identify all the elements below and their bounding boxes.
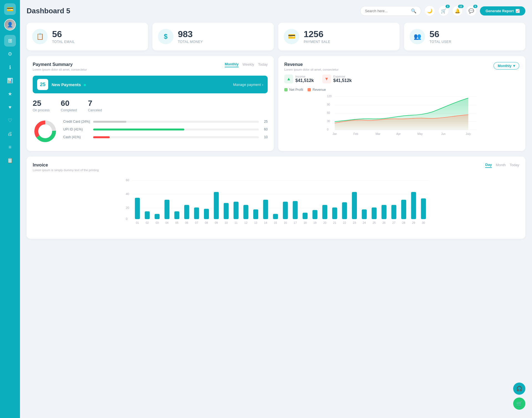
online-dot [84, 84, 86, 86]
bar-01[interactable] [135, 198, 140, 219]
bar-27[interactable] [391, 205, 396, 219]
bar-07[interactable] [194, 207, 199, 219]
bar-12[interactable] [243, 205, 248, 219]
bar-23[interactable] [352, 192, 357, 219]
tab-payment-monthly[interactable]: Monthly [225, 62, 239, 67]
sidebar-logo[interactable]: 💳 [4, 3, 16, 15]
bar-11[interactable] [234, 202, 239, 219]
stat-card-money: $ 983 TOTAL MONEY [152, 23, 274, 50]
bar-label-22: 22 [343, 221, 346, 224]
cart-float-btn[interactable]: 🛒 [513, 398, 525, 410]
sidebar-item-dashboard[interactable]: ⊞ [4, 35, 16, 47]
bar-21[interactable] [332, 207, 337, 219]
money-label: TOTAL MONEY [178, 40, 203, 44]
net-profit-dot [284, 88, 288, 91]
sidebar-item-heart1[interactable]: ♥ [4, 101, 16, 113]
tab-payment-weekly[interactable]: Weekly [242, 62, 254, 67]
bar-29[interactable] [411, 192, 416, 219]
dark-mode-toggle[interactable]: 🌙 [424, 6, 435, 16]
cart-btn[interactable]: 🛒 2 [438, 6, 449, 16]
bar-06[interactable] [184, 205, 189, 219]
tab-invoice-today[interactable]: Today [510, 163, 519, 168]
cash-fill [93, 136, 110, 138]
bar-19[interactable] [313, 210, 318, 219]
sidebar-item-heart2[interactable]: ♡ [4, 115, 16, 126]
bar-03[interactable] [155, 214, 160, 219]
bar-25[interactable] [372, 207, 377, 219]
bar-label-30: 30 [422, 221, 425, 224]
notification-btn[interactable]: 🔔 12 [452, 6, 463, 16]
bar-30[interactable] [421, 198, 426, 219]
credit-card-fill [93, 121, 126, 123]
sidebar-item-chart[interactable]: 📊 [4, 75, 16, 86]
pstat-on-process: 25 On process [33, 99, 50, 112]
cash-track [93, 136, 259, 138]
svg-text:July: July [466, 132, 471, 135]
message-icon: 💬 [469, 8, 474, 14]
cash-value: 10 [261, 135, 268, 139]
manage-payment-link[interactable]: Manage payment › [233, 83, 263, 87]
moon-icon: 🌙 [427, 8, 433, 14]
svg-text:60: 60 [126, 178, 129, 182]
bar-26[interactable] [382, 205, 387, 219]
completed-number: 60 [61, 99, 77, 108]
bar-18[interactable] [303, 213, 308, 219]
float-buttons: 🎧 🛒 [513, 383, 525, 410]
email-icon: 📋 [36, 33, 44, 40]
bar-20[interactable] [322, 205, 327, 219]
sidebar-item-menu[interactable]: ≡ [4, 141, 16, 153]
bar-14[interactable] [263, 200, 268, 219]
bar-02[interactable] [145, 211, 150, 219]
bar-05[interactable] [174, 211, 179, 219]
sidebar-item-settings[interactable]: ⚙ [4, 48, 16, 60]
sidebar-item-print[interactable]: 🖨 [4, 128, 16, 140]
bar-22[interactable] [342, 202, 347, 219]
tab-invoice-day[interactable]: Day [485, 163, 492, 168]
stat-info-user: 56 TOTAL USER [429, 29, 451, 43]
avatar[interactable]: 👤 [4, 19, 16, 30]
bar-13[interactable] [253, 209, 258, 219]
bar-label-11: 11 [234, 221, 238, 224]
bar-10[interactable] [224, 203, 229, 219]
search-box[interactable]: 🔍 [360, 6, 421, 16]
new-payments-count: 25 [37, 79, 48, 90]
bar-15[interactable] [273, 214, 278, 219]
tab-payment-today[interactable]: Today [258, 62, 268, 67]
sidebar-item-docs[interactable]: 📋 [4, 155, 16, 166]
svg-text:20: 20 [126, 206, 129, 209]
support-float-btn[interactable]: 🎧 [513, 383, 525, 395]
sidebar-item-info[interactable]: ℹ [4, 61, 16, 73]
invoice-header: Invoice Lorem ipsum is simply dummy text… [33, 163, 519, 172]
bar-24[interactable] [362, 209, 367, 219]
tab-invoice-month[interactable]: Month [496, 163, 506, 168]
bar-17[interactable] [293, 201, 298, 219]
print-icon: 🖨 [7, 131, 12, 137]
bar-04[interactable] [165, 200, 170, 219]
search-input[interactable] [365, 9, 409, 13]
stat-card-email: 📋 56 TOTAL EMAIL [27, 23, 148, 50]
user-icon-wrap: 👥 [410, 29, 425, 44]
menu-icon: ≡ [9, 144, 12, 150]
money-number: 983 [178, 29, 203, 39]
svg-text:60: 60 [327, 111, 330, 114]
sidebar-item-star[interactable]: ★ [4, 88, 16, 100]
bar-label-23: 23 [353, 221, 356, 224]
bar-label-12: 12 [244, 221, 248, 224]
email-icon-wrap: 📋 [32, 29, 48, 44]
bar-09[interactable] [214, 192, 219, 219]
user-label: TOTAL USER [429, 40, 451, 44]
bar-chart-wrap: 60 40 20 0 01020304050607080910111213141… [33, 176, 519, 233]
cart-icon: 🛒 [441, 8, 446, 14]
bell-icon: 🔔 [455, 8, 460, 14]
generate-report-button[interactable]: Generate Report 📈 [480, 6, 525, 16]
message-btn[interactable]: 💬 5 [466, 6, 477, 16]
sidebar: 💳 👤 ⊞ ⚙ ℹ 📊 ★ ♥ ♡ 🖨 ≡ 📋 [0, 0, 20, 418]
revenue-monthly-dropdown[interactable]: Monthly ▾ [493, 62, 519, 70]
svg-text:40: 40 [126, 192, 129, 196]
bar-28[interactable] [401, 200, 406, 219]
bar-08[interactable] [204, 209, 209, 219]
expense-icon: ▼ [322, 75, 331, 83]
notification-badge: 12 [458, 5, 464, 8]
cash-label: Cash (41%) [63, 135, 91, 139]
bar-16[interactable] [283, 202, 288, 219]
